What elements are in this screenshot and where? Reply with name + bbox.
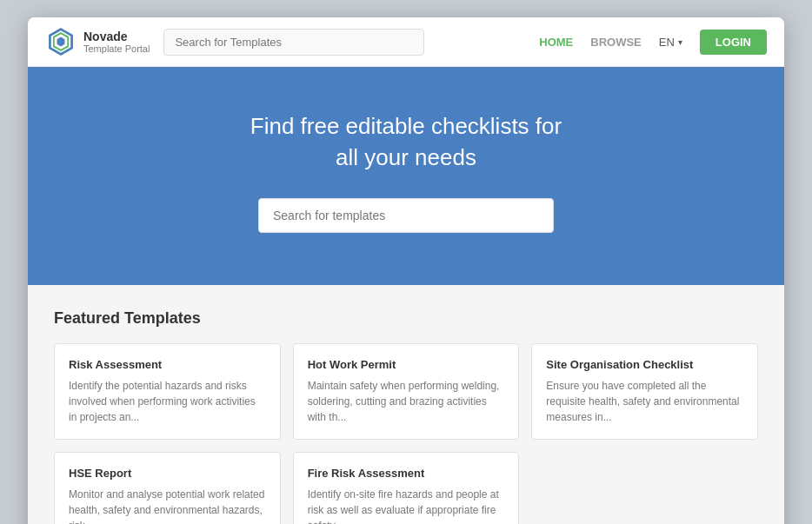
card-desc-4: Identify on-site fire hazards and people…: [308, 487, 505, 524]
card-desc-2: Ensure you have completed all the requis…: [546, 378, 743, 425]
nav-search-input[interactable]: [163, 29, 424, 56]
login-button[interactable]: LOGIN: [700, 30, 767, 55]
nav-browse-link[interactable]: BROWSE: [590, 36, 642, 49]
template-card-3[interactable]: HSE Report Monitor and analyse potential…: [54, 452, 281, 524]
lang-label: EN: [659, 36, 675, 49]
card-title-4: Fire Risk Assessment: [308, 467, 505, 480]
hero-section: Find free editable checklists for all yo…: [28, 67, 784, 285]
logo-title: Novade: [83, 30, 150, 43]
card-title-1: Hot Work Permit: [308, 358, 505, 371]
logo-area: Novade Template Portal: [45, 26, 150, 57]
browser-window: Novade Template Portal HOME BROWSE EN ▾ …: [28, 17, 784, 524]
template-card-0[interactable]: Risk Assessment Identify the potential h…: [54, 343, 281, 440]
svg-marker-2: [57, 37, 65, 47]
hero-title: Find free editable checklists for all yo…: [250, 110, 562, 174]
logo-text: Novade Template Portal: [83, 30, 150, 54]
template-card-1[interactable]: Hot Work Permit Maintain safety when per…: [293, 343, 520, 440]
chevron-down-icon: ▾: [678, 37, 682, 47]
cards-grid: Risk Assessment Identify the potential h…: [54, 343, 758, 524]
card-desc-1: Maintain safety when performing welding,…: [308, 378, 505, 425]
novade-logo-icon: [45, 26, 77, 57]
logo-subtitle: Template Portal: [83, 43, 150, 54]
nav-links: HOME BROWSE EN ▾ LOGIN: [539, 30, 767, 55]
nav-home-link[interactable]: HOME: [539, 36, 573, 49]
navbar: Novade Template Portal HOME BROWSE EN ▾ …: [28, 17, 784, 67]
card-desc-0: Identify the potential hazards and risks…: [69, 378, 266, 425]
card-title-3: HSE Report: [69, 467, 266, 480]
card-desc-3: Monitor and analyse potential work relat…: [69, 487, 266, 524]
card-title-0: Risk Assessment: [69, 358, 266, 371]
template-card-4[interactable]: Fire Risk Assessment Identify on-site fi…: [293, 452, 520, 524]
hero-search-wrap: [258, 198, 554, 233]
main-content: Featured Templates Risk Assessment Ident…: [28, 285, 784, 524]
featured-section-title: Featured Templates: [54, 309, 758, 328]
empty-cell: [531, 452, 758, 524]
hero-search-input[interactable]: [258, 198, 554, 233]
nav-search-wrap: [163, 29, 424, 56]
lang-selector[interactable]: EN ▾: [659, 36, 682, 49]
template-card-2[interactable]: Site Organisation Checklist Ensure you h…: [531, 343, 758, 440]
card-title-2: Site Organisation Checklist: [546, 358, 743, 371]
